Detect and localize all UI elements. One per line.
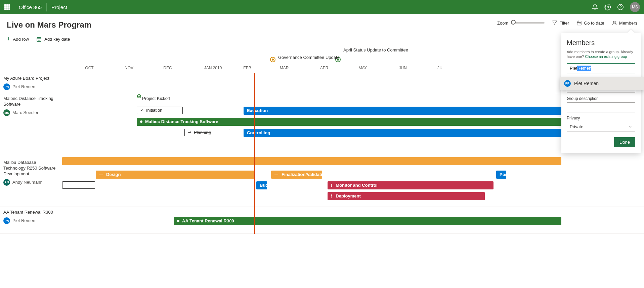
task-bar-label: Malbec Distance Tracking Software — [145, 119, 218, 124]
month-label: MAY — [358, 66, 367, 70]
row-person[interactable]: PRPiet Remen — [3, 217, 59, 224]
members-label: Members — [619, 21, 637, 26]
app-launcher-icon[interactable] — [0, 0, 14, 14]
brand-label[interactable]: Office 365 — [14, 3, 47, 11]
task-bar-label: Deployment — [336, 193, 360, 199]
month-axis: OCTNOVDECJAN 2019FEBMARAPRMAYJUNJUL — [0, 64, 644, 73]
zoom-slider-thumb[interactable] — [511, 20, 516, 25]
timeline-row: My Azure Board ProjectPRPiet Remen — [0, 73, 644, 93]
privacy-select[interactable]: Private — [567, 122, 635, 132]
action-bar: + Add row Add key date — [0, 30, 644, 47]
svg-rect-4 — [577, 21, 581, 25]
milestone-marker[interactable] — [137, 94, 141, 98]
app-name-label[interactable]: Project — [47, 4, 72, 10]
task-bar[interactable] — [62, 181, 95, 189]
key-date-label[interactable]: April Status Update to Committee — [343, 47, 408, 52]
person-name: Piet Remen — [12, 218, 35, 223]
row-person[interactable]: PRPiet Remen — [3, 83, 59, 90]
notification-icon[interactable] — [592, 4, 598, 10]
svg-point-8 — [580, 24, 581, 24]
person-name: Marc Soester — [12, 110, 38, 115]
month-label: FEB — [243, 66, 251, 70]
person-avatar: AN — [3, 179, 10, 186]
task-bar-label: Monitor and Control — [336, 183, 377, 188]
task-bar[interactable]: Finalization/Validation — [271, 171, 322, 179]
top-header: Office 365 Project MS — [0, 0, 644, 14]
add-key-date-button[interactable]: Add key date — [36, 36, 70, 43]
task-bar[interactable]: Bud — [256, 181, 267, 189]
svg-rect-11 — [37, 37, 41, 41]
task-bar[interactable]: Pos — [496, 171, 506, 179]
done-button[interactable]: Done — [614, 137, 635, 147]
month-label: JUN — [399, 66, 406, 70]
add-key-date-label: Add key date — [44, 37, 70, 42]
choose-existing-group-link[interactable]: Choose an existing group — [585, 55, 627, 59]
person-name: Piet Remen — [12, 84, 35, 89]
row-person[interactable]: MSMarc Soester — [3, 109, 59, 116]
timeline-row: Malbec Distance Tracking SoftwareMSMarc … — [0, 93, 644, 157]
task-bar[interactable]: Deployment — [328, 192, 485, 200]
task-bar[interactable]: AA Tenant Renewal R300 — [174, 217, 561, 225]
month-label: MAR — [280, 66, 289, 70]
page-title: Live on Mars Program — [7, 20, 91, 30]
row-title: Malibu Database Technology R250 Software… — [3, 160, 59, 177]
person-avatar: PR — [3, 217, 10, 224]
group-description-input[interactable] — [567, 102, 635, 112]
svg-point-0 — [607, 6, 609, 8]
task-bar-label: Execution — [247, 108, 268, 113]
help-icon[interactable] — [617, 4, 624, 10]
row-title: My Azure Board Project — [3, 76, 59, 81]
goto-label: Go to date — [584, 21, 604, 26]
plus-icon: + — [7, 36, 10, 43]
suggestion-avatar: PR — [564, 80, 571, 87]
zoom-slider[interactable] — [511, 22, 545, 24]
person-name: Andy Neumann — [12, 180, 43, 185]
goto-date-button[interactable]: Go to date — [576, 20, 604, 26]
task-bar[interactable]: Controlling — [244, 129, 555, 137]
task-bar[interactable] — [62, 157, 561, 165]
add-row-label: Add row — [13, 37, 29, 42]
month-label: APR — [320, 66, 329, 70]
group-description-label: Group description — [567, 96, 635, 101]
page-tools: Zoom Filter Go to date Members — [497, 20, 637, 26]
calendar-plus-icon — [36, 37, 42, 42]
timeline-row: AA Tenant Renewal R300PRPiet RemenAA Ten… — [0, 207, 644, 234]
task-bar[interactable]: Execution — [244, 107, 561, 115]
task-bar-label: Initiation — [146, 108, 162, 113]
task-bar[interactable] — [521, 129, 561, 137]
settings-icon[interactable] — [604, 4, 611, 10]
suggestion-item[interactable]: PR Piet Remen — [560, 77, 644, 90]
row-title: AA Tenant Renewal R300 — [3, 210, 59, 215]
filter-button[interactable]: Filter — [552, 20, 569, 26]
key-dates-area: April Status Update to CommitteeGovernan… — [0, 47, 644, 64]
month-label: JAN 2019 — [204, 66, 222, 70]
task-bar[interactable]: Malbec Distance Tracking Software — [137, 118, 561, 126]
search-value-selected: Remen — [577, 66, 591, 71]
members-panel: Members Add members to create a group. A… — [561, 33, 641, 153]
add-row-button[interactable]: + Add row — [7, 36, 29, 43]
filter-icon — [552, 20, 557, 26]
today-indicator — [254, 73, 255, 234]
zoom-label: Zoom — [497, 21, 508, 26]
key-date-label[interactable]: Governance Committee Update — [278, 55, 340, 60]
privacy-label: Privacy — [567, 116, 635, 120]
milestone-label: Project Kickoff — [142, 96, 170, 101]
row-canvas: AA Tenant Renewal R300 — [62, 207, 644, 233]
members-button[interactable]: Members — [612, 20, 637, 26]
user-avatar[interactable]: MS — [630, 2, 640, 12]
row-canvas — [62, 73, 644, 93]
row-label[interactable]: AA Tenant Renewal R300PRPiet Remen — [0, 207, 62, 233]
row-label[interactable]: Malibu Database Technology R250 Software… — [0, 157, 62, 207]
member-search-input[interactable]: Piet Remen — [567, 63, 635, 73]
task-bar[interactable]: Design — [96, 171, 254, 179]
month-label: NOV — [125, 66, 133, 70]
task-bar[interactable]: Initiation — [137, 107, 183, 114]
task-bar[interactable]: Monitor and Control — [328, 181, 493, 189]
row-label[interactable]: Malbec Distance Tracking SoftwareMSMarc … — [0, 93, 62, 157]
row-person[interactable]: ANAndy Neumann — [3, 179, 59, 186]
filter-label: Filter — [559, 21, 569, 26]
key-date-marker[interactable] — [270, 57, 275, 62]
members-icon — [612, 20, 617, 26]
task-bar[interactable]: Planning — [184, 129, 230, 136]
row-label[interactable]: My Azure Board ProjectPRPiet Remen — [0, 73, 62, 93]
